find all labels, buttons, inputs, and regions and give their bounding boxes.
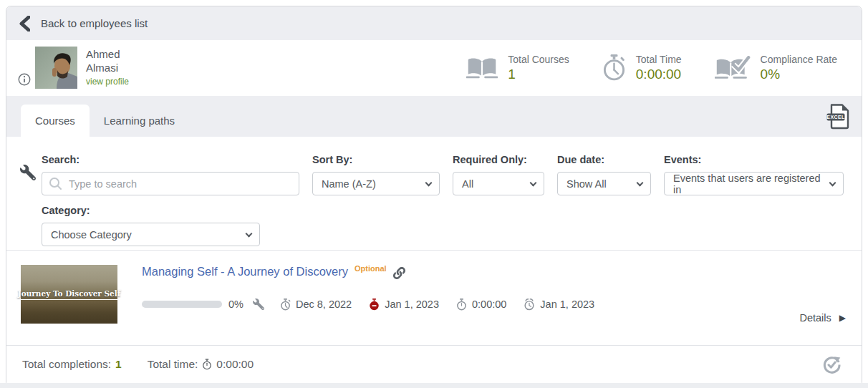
events-filter: Events: Events that users are registered… — [664, 154, 844, 195]
sort-by-value: Name (A-Z) — [322, 178, 376, 190]
progress-percent: 0% — [228, 299, 243, 310]
enrolled-date-item: Dec 8, 2022 — [280, 299, 352, 311]
chevron-down-icon — [246, 231, 253, 238]
filter-row-1: Search: Sort By: Name (A-Z) — [42, 154, 844, 195]
sort-by-filter: Sort By: Name (A-Z) — [312, 154, 440, 195]
required-only-label: Required Only: — [453, 154, 544, 165]
tab-courses[interactable]: Courses — [21, 105, 90, 137]
course-settings-wrench-icon[interactable] — [253, 299, 264, 310]
search-box — [42, 172, 299, 195]
course-thumbnail-caption: Journey To Discover Self — [18, 289, 121, 300]
category-select[interactable]: Choose Category — [42, 223, 260, 246]
category-filter: Category: Choose Category — [42, 205, 260, 246]
required-only-value: All — [462, 178, 473, 190]
tab-bar: Courses Learning paths EXCEL — [6, 96, 862, 137]
stats: Total Courses 1 Total Time 0:00:00 — [466, 54, 837, 82]
back-button[interactable] — [19, 16, 30, 31]
stat-compliance-rate: Compliance Rate 0% — [715, 54, 837, 82]
chevron-down-icon — [425, 180, 433, 187]
required-only-filter: Required Only: All — [453, 154, 544, 195]
stat-total-time: Total Time 0:00:00 — [602, 54, 682, 82]
course-title-line: Managing Self - A Journey of Discovery O… — [142, 265, 405, 279]
total-completions-label: Total completions: — [22, 358, 111, 371]
sort-by-select[interactable]: Name (A-Z) — [312, 172, 440, 195]
optional-badge: Optional — [355, 264, 387, 273]
details-button[interactable]: Details ▶ — [799, 312, 846, 324]
due-date-label: Due date: — [557, 154, 651, 165]
compliance-book-check-icon — [715, 56, 751, 80]
course-meta-row: 0% Dec 8, 2022 — [142, 299, 594, 310]
back-bar: Back to employees list — [6, 6, 862, 40]
events-label: Events: — [664, 154, 844, 165]
events-select[interactable]: Events that users are registered in — [664, 172, 844, 195]
employee-name-block: Ahmed Almasi view profile — [86, 47, 143, 87]
details-label: Details — [799, 312, 831, 324]
linked-course-icon[interactable] — [393, 267, 405, 279]
chevron-down-icon — [829, 180, 836, 187]
search-icon — [49, 177, 62, 190]
due-date-item: Jan 1, 2023 — [369, 299, 439, 311]
book-icon — [466, 57, 498, 80]
excel-file-icon: EXCEL — [826, 104, 850, 130]
completion-date: Jan 1, 2023 — [540, 299, 594, 310]
summary-footer: Total completions: 1 Total time: 0:00:00 — [6, 345, 862, 383]
refresh-completions-icon[interactable] — [822, 355, 842, 374]
due-date-select[interactable]: Show All — [557, 172, 651, 195]
total-completions: Total completions: 1 — [22, 358, 122, 371]
search-filter: Search: — [42, 154, 299, 195]
course-title-link[interactable]: Managing Self - A Journey of Discovery — [142, 265, 348, 278]
employee-name: Ahmed Almasi — [86, 47, 143, 74]
due-date-filter: Due date: Show All — [557, 154, 651, 195]
total-time-label: Total time: — [148, 358, 198, 371]
stat-label: Total Courses — [508, 54, 569, 65]
chevron-down-icon — [530, 180, 537, 187]
progress-bar — [142, 301, 222, 308]
search-input[interactable] — [42, 173, 299, 195]
filters-panel: Search: Sort By: Name (A-Z) — [6, 137, 862, 250]
stat-value: 1 — [508, 67, 569, 82]
view-profile-link[interactable]: view profile — [86, 77, 129, 87]
svg-text:EXCEL: EXCEL — [826, 115, 845, 120]
due-date-value: Show All — [566, 178, 607, 190]
completion-date-item: Jan 1, 2023 — [524, 299, 594, 311]
total-time-value: 0:00:00 — [216, 358, 254, 371]
total-completions-value: 1 — [115, 358, 122, 371]
alarm-clock-icon — [524, 299, 535, 311]
excel-export-button[interactable]: EXCEL — [826, 104, 850, 130]
chevron-down-icon — [637, 180, 644, 187]
stopwatch-icon — [602, 54, 626, 82]
course-row: Journey To Discover Self Managing Self -… — [6, 250, 862, 345]
events-value: Events that users are registered in — [673, 173, 823, 195]
employee-courses-panel: Back to employees list — [6, 6, 862, 383]
course-thumbnail[interactable]: Journey To Discover Self — [21, 265, 117, 324]
stopwatch-icon — [202, 359, 212, 370]
stat-label: Compliance Rate — [761, 54, 837, 65]
info-icon[interactable] — [18, 73, 31, 86]
back-label[interactable]: Back to employees list — [41, 17, 148, 29]
category-value: Choose Category — [51, 229, 132, 241]
time-spent-item: 0:00:00 — [456, 299, 506, 311]
due-timer-icon — [369, 299, 380, 311]
enrolled-date: Dec 8, 2022 — [296, 299, 352, 310]
employee-avatar[interactable] — [35, 47, 77, 89]
employee-header: Ahmed Almasi view profile Total Courses … — [6, 40, 862, 96]
page-bottom-strip — [0, 383, 868, 388]
chevron-left-icon — [19, 16, 30, 31]
filters-wrench-icon[interactable] — [20, 165, 36, 180]
stat-value: 0% — [761, 67, 837, 82]
total-time: Total time: 0:00:00 — [148, 358, 254, 371]
search-label: Search: — [42, 154, 299, 165]
stopwatch-icon — [456, 299, 467, 311]
time-spent: 0:00:00 — [472, 299, 506, 310]
category-label: Category: — [42, 205, 260, 216]
due-date: Jan 1, 2023 — [385, 299, 439, 310]
required-only-select[interactable]: All — [453, 172, 544, 195]
stat-value: 0:00:00 — [636, 67, 682, 82]
tab-learning-paths[interactable]: Learning paths — [90, 105, 189, 137]
stat-total-courses: Total Courses 1 — [466, 54, 569, 82]
stat-label: Total Time — [636, 54, 682, 65]
chevron-right-icon: ▶ — [839, 313, 846, 323]
stopwatch-icon — [280, 299, 291, 311]
sort-by-label: Sort By: — [312, 154, 440, 165]
